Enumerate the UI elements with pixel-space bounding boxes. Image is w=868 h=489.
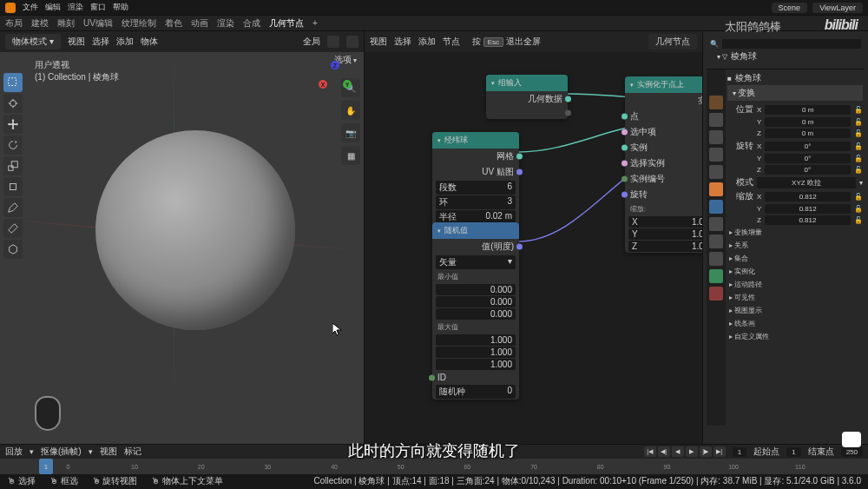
tab-geonodes[interactable]: 几何节点	[269, 17, 304, 30]
tab-layout[interactable]: 布局	[5, 17, 23, 30]
tab-constraints-icon[interactable]	[709, 252, 723, 266]
ne-menu-add[interactable]: 添加	[418, 36, 436, 48]
tool-scale[interactable]	[3, 156, 23, 175]
tool-select-box[interactable]	[3, 73, 23, 92]
input-min-y[interactable]: 0.000	[436, 296, 516, 307]
proportional-icon[interactable]	[346, 36, 358, 48]
jump-start-icon[interactable]: |◀	[644, 446, 656, 457]
input-scale-y[interactable]: Y1.000	[628, 228, 702, 240]
tab-material-icon[interactable]	[709, 287, 723, 301]
viewlayer-selector[interactable]: ViewLayer	[812, 3, 863, 13]
panel-lineart[interactable]: 线条画	[727, 317, 863, 330]
ne-menu-node[interactable]: 节点	[443, 36, 460, 48]
loc-z[interactable]: 0 m	[765, 129, 851, 138]
panel-relations[interactable]: 关系	[727, 239, 863, 252]
input-seed[interactable]: 随机种0	[436, 385, 516, 399]
object-name-field[interactable]: ■ 棱角球	[727, 71, 863, 85]
socket-index-in[interactable]	[621, 176, 628, 182]
socket-uv-out[interactable]	[516, 169, 523, 175]
outliner-item[interactable]: ▾ ▽ 棱角球	[710, 50, 861, 63]
input-min-x[interactable]: 0.000	[436, 284, 516, 295]
play-reverse-icon[interactable]: ◀	[672, 446, 684, 457]
tool-transform[interactable]	[3, 177, 23, 196]
rot-y[interactable]: 0°	[765, 154, 851, 163]
tool-addcube[interactable]	[3, 240, 23, 259]
node-instance-on-points[interactable]: 实例化于点上 实例 点 选中项 实例 选择实例 实例编号 旋转 缩放: X1.0…	[625, 76, 702, 253]
socket-pick-in[interactable]	[621, 161, 628, 167]
node-header[interactable]: 经纬球	[432, 132, 519, 149]
pan-icon[interactable]: ✋	[341, 101, 360, 120]
socket-value-out[interactable]	[516, 244, 523, 250]
panel-instancing[interactable]: 实例化	[727, 265, 863, 278]
scene-selector[interactable]: Scene	[772, 3, 808, 13]
loc-y[interactable]: 0 m	[765, 117, 851, 127]
rot-z[interactable]: 0°	[765, 165, 851, 175]
jump-end-icon[interactable]: ▶|	[713, 446, 726, 457]
tab-modifier-icon[interactable]	[709, 200, 723, 214]
tab-sculpt[interactable]: 雕刻	[57, 17, 75, 30]
mesh-icosphere[interactable]	[95, 130, 295, 330]
vp-menu-add[interactable]: 添加	[116, 36, 134, 48]
ne-menu-select[interactable]: 选择	[394, 36, 411, 48]
panel-visibility[interactable]: 可见性	[727, 291, 863, 304]
start-frame[interactable]: 1	[786, 447, 800, 457]
loc-x[interactable]: 0 m	[765, 105, 851, 115]
node-group-input[interactable]: 组输入 几何数据	[486, 75, 568, 119]
end-frame[interactable]: 250	[841, 447, 863, 457]
panel-collections[interactable]: 集合	[727, 252, 863, 265]
current-frame[interactable]: 1	[733, 447, 746, 457]
tab-uv[interactable]: UV编辑	[83, 17, 113, 30]
tool-rotate[interactable]	[3, 135, 23, 155]
outliner-search[interactable]	[722, 39, 861, 49]
tab-physics-icon[interactable]	[709, 235, 723, 248]
node-header[interactable]: 组输入	[486, 75, 568, 91]
panel-delta[interactable]: 变换增量	[727, 226, 863, 239]
rot-x[interactable]: 0°	[765, 142, 851, 151]
socket-mesh-out[interactable]	[516, 154, 523, 160]
input-segments[interactable]: 段数6	[436, 181, 516, 195]
tab-compositing[interactable]: 合成	[243, 17, 260, 30]
tl-keying[interactable]: 抠像(插帧)	[41, 446, 82, 458]
input-min-z[interactable]: 0.000	[436, 308, 516, 320]
play-icon[interactable]: ▶	[686, 446, 698, 457]
gizmo-z-icon[interactable]: Z	[331, 61, 339, 69]
input-scale-z[interactable]: Z1.000	[628, 241, 702, 252]
mode-selector[interactable]: 物体模式 ▾	[5, 34, 61, 50]
tab-output-icon[interactable]	[709, 113, 723, 127]
transform-orientation[interactable]: 全局	[303, 36, 320, 48]
vp-menu-select[interactable]: 选择	[92, 36, 109, 48]
socket-instance-in[interactable]	[621, 145, 628, 151]
nav-gizmo[interactable]: X Y Z	[317, 59, 355, 97]
tool-cursor[interactable]	[3, 94, 23, 113]
vp-menu-view[interactable]: 视图	[68, 36, 85, 48]
gizmo-y-icon[interactable]: Y	[343, 80, 352, 89]
tab-data-icon[interactable]	[709, 269, 723, 283]
vp-menu-object[interactable]: 物体	[141, 36, 158, 48]
input-scale-x[interactable]: X1.000	[628, 216, 702, 228]
socket-virtual-out[interactable]	[565, 110, 571, 116]
next-key-icon[interactable]: |▶	[700, 446, 712, 457]
perspective-icon[interactable]: ▦	[341, 146, 360, 165]
scale-x[interactable]: 0.812	[765, 192, 851, 202]
ne-menu-view[interactable]: 视图	[370, 36, 387, 48]
socket-id-in[interactable]	[429, 374, 435, 380]
tab-viewlayer-icon[interactable]	[709, 130, 723, 144]
viewport-canvas[interactable]: 用户透视 (1) Collection | 棱角球 选项 ▾ 🔍 ✋ 📷 ▦	[0, 52, 364, 444]
menu-window[interactable]: 窗口	[90, 2, 106, 13]
tab-particles-icon[interactable]	[709, 217, 723, 231]
scale-y[interactable]: 0.812	[765, 204, 851, 214]
tab-add[interactable]: +	[312, 18, 318, 28]
tab-modeling[interactable]: 建模	[31, 17, 49, 30]
transform-panel-header[interactable]: ▾ 变换	[727, 85, 863, 101]
tab-animation[interactable]: 动画	[191, 17, 208, 30]
node-header[interactable]: 随机值	[432, 222, 519, 239]
menu-edit[interactable]: 编辑	[45, 2, 61, 13]
tool-annotate[interactable]	[3, 198, 23, 217]
rotation-mode[interactable]: XYZ 欧拉	[757, 177, 856, 188]
tab-world-icon[interactable]	[709, 165, 723, 179]
menu-help[interactable]: 帮助	[113, 2, 128, 13]
node-random-value[interactable]: 随机值 值(明度) 矢量▾ 最小值 0.000 0.000 0.000 最大值 …	[432, 222, 519, 400]
outliner[interactable]: 🔍 ▾ ▽ 棱角球	[707, 35, 865, 69]
playhead[interactable]: 1	[39, 459, 53, 474]
tab-rendering[interactable]: 渲染	[217, 17, 234, 30]
